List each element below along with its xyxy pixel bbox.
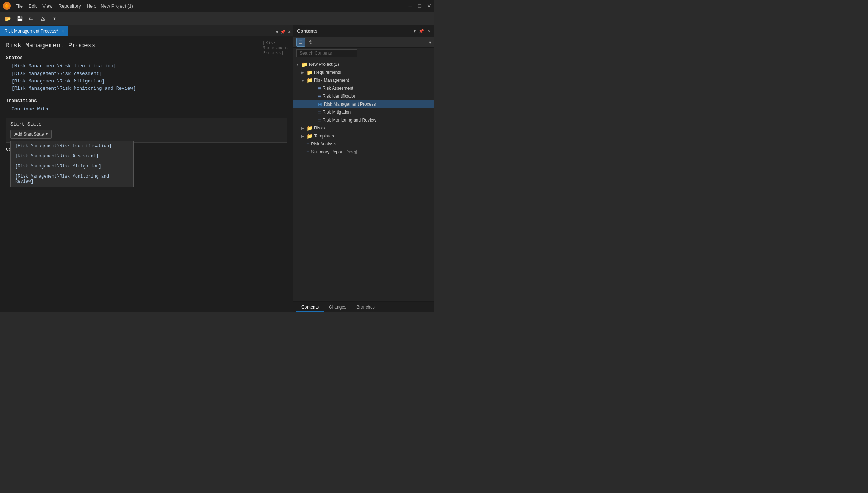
tree-label-risk-analysis: Risk Analysis xyxy=(311,141,336,146)
minimize-button[interactable]: ─ xyxy=(409,3,412,9)
contents-close-button[interactable]: ✕ xyxy=(427,29,431,34)
menu-file[interactable]: File xyxy=(15,3,23,9)
chevron-down-icon: ▼ xyxy=(296,63,300,67)
chevron-right-icon: ▶ xyxy=(301,71,305,75)
contents-header: Contents ▾ 📌 ✕ xyxy=(293,25,434,37)
bottom-tabs: Contents Changes Branches xyxy=(293,301,434,312)
summary-report-badge: [tcslg] xyxy=(347,150,357,154)
states-label: States xyxy=(6,55,287,60)
contents-search-input[interactable] xyxy=(296,49,357,57)
start-state-label: Start State xyxy=(10,122,283,127)
editor-corner-label: [RiskManagementProcess] xyxy=(263,41,289,56)
contents-pin-button[interactable]: 📌 xyxy=(419,29,424,34)
tab-close-all-button[interactable]: ✕ xyxy=(288,30,291,34)
tab-contents[interactable]: Contents xyxy=(296,303,324,312)
tab-controls: ▾ 📌 ✕ xyxy=(274,28,293,36)
chevron-down-icon-2: ▼ xyxy=(301,78,305,82)
app-logo: 🔶 xyxy=(3,2,11,10)
risk-mitigation-doc-icon: ≡ xyxy=(318,109,321,115)
tab-dropdown-button[interactable]: ▾ xyxy=(276,30,278,34)
risks-folder-icon: 📁 xyxy=(306,125,313,131)
start-state-dropdown-menu: [Risk Management\Risk Identification] [R… xyxy=(10,141,134,187)
menu-repository[interactable]: Repository xyxy=(58,3,81,9)
contents-toolbar: ☰ ⏱ ▾ xyxy=(293,37,434,48)
risk-management-folder-icon: 📁 xyxy=(306,77,313,83)
tree-item-risk-assesment[interactable]: ▶ ≡ Risk Assesment xyxy=(293,84,434,92)
tree-item-summary-report[interactable]: ▶ ≡ Summary Report [tcslg] xyxy=(293,148,434,156)
risk-management-process-doc-icon: ⊞ xyxy=(318,101,322,107)
editor-tab[interactable]: Risk Management Process* ✕ xyxy=(0,26,68,36)
risk-analysis-doc-icon: ≡ xyxy=(306,141,309,147)
tab-bar: Risk Management Process* ✕ ▾ 📌 ✕ xyxy=(0,25,293,36)
state-item-4: [Risk Management\Risk Monitoring and Rev… xyxy=(12,85,287,93)
transitions-label: Transitions xyxy=(6,98,287,103)
editor-area: Risk Management Process* ✕ ▾ 📌 ✕ [RiskMa… xyxy=(0,25,293,312)
state-item-2: [Risk Management\Risk Assesment] xyxy=(12,70,287,78)
dropdown-option-1[interactable]: [Risk Management\Risk Identification] xyxy=(11,141,133,151)
tree-item-risk-analysis[interactable]: ▶ ≡ Risk Analysis xyxy=(293,140,434,148)
toolbar: 📂 💾 🗂 🖨 ▾ xyxy=(0,12,434,25)
tree-label-templates: Templates xyxy=(314,133,334,139)
tree-label-risks: Risks xyxy=(314,126,325,131)
contents-dropdown-button[interactable]: ▾ xyxy=(414,29,416,34)
tree-label-risk-management: Risk Management xyxy=(314,78,349,83)
templates-folder-icon: 📁 xyxy=(306,133,313,139)
dropdown-option-4[interactable]: [Risk Management\Risk Monitoring and Rev… xyxy=(11,171,133,187)
tree-item-risks[interactable]: ▶ 📁 Risks xyxy=(293,124,434,132)
menu-view[interactable]: View xyxy=(42,3,52,9)
start-state-section: Start State Add Start State ▾ [Risk Mana… xyxy=(6,118,287,143)
contents-header-controls: ▾ 📌 ✕ xyxy=(414,29,431,34)
titlebar-left: 🔶 File Edit View Repository Help New Pro… xyxy=(3,2,133,10)
tab-changes[interactable]: Changes xyxy=(324,303,351,312)
contents-tree-view-button[interactable]: ☰ xyxy=(296,38,305,47)
tab-branches[interactable]: Branches xyxy=(351,303,380,312)
window-controls: ─ □ ✕ xyxy=(409,3,431,9)
dropdown-option-3[interactable]: [Risk Management\Risk Mitigation] xyxy=(11,161,133,171)
tree-item-risk-mitigation[interactable]: ▶ ≡ Risk Mitigation xyxy=(293,108,434,116)
more-button[interactable]: ▾ xyxy=(49,13,59,24)
print-button[interactable]: 🖨 xyxy=(38,13,48,24)
menu-bar: File Edit View Repository Help xyxy=(15,3,96,9)
contents-search-dropdown-button[interactable]: ▾ xyxy=(429,40,431,45)
risk-assesment-doc-icon: ≡ xyxy=(318,85,321,91)
transitions-value: Continue With xyxy=(12,106,287,113)
chevron-right-icon-3: ▶ xyxy=(301,134,305,138)
tree-item-risk-identification[interactable]: ▶ ≡ Risk Identification xyxy=(293,92,434,100)
save-button[interactable]: 💾 xyxy=(14,13,25,24)
window-title: New Project (1) xyxy=(101,3,133,9)
dropdown-arrow-icon: ▾ xyxy=(46,132,48,136)
tree-label-risk-assesment: Risk Assesment xyxy=(322,86,353,91)
tab-close-button[interactable]: ✕ xyxy=(61,29,64,34)
open-button[interactable]: 📂 xyxy=(3,13,13,24)
editor-content: [RiskManagementProcess] Risk Management … xyxy=(0,36,293,312)
summary-report-doc-icon: ≡ xyxy=(306,149,309,155)
tree-root-label: New Project (1) xyxy=(309,62,339,67)
tree-item-risk-monitoring[interactable]: ▶ ≡ Risk Monitoring and Review xyxy=(293,116,434,124)
titlebar: 🔶 File Edit View Repository Help New Pro… xyxy=(0,0,434,12)
tree-item-risk-management[interactable]: ▼ 📁 Risk Management xyxy=(293,76,434,84)
tree-label-risk-management-process: Risk Management Process xyxy=(324,102,376,107)
maximize-button[interactable]: □ xyxy=(418,3,421,9)
tree-label-summary-report: Summary Report xyxy=(311,149,344,154)
contents-tree: ▼ 📁 New Project (1) ▶ 📁 Requirements ▼ 📁… xyxy=(293,59,434,301)
tree-label-requirements: Requirements xyxy=(314,70,341,75)
menu-help[interactable]: Help xyxy=(86,3,96,9)
dropdown-option-2[interactable]: [Risk Management\Risk Assesment] xyxy=(11,151,133,161)
contents-history-button[interactable]: ⏱ xyxy=(306,38,315,47)
tab-pin-button[interactable]: 📌 xyxy=(280,30,285,34)
start-state-dropdown[interactable]: Add Start State ▾ xyxy=(10,130,52,139)
tree-item-risk-management-process[interactable]: ▶ ⊞ Risk Management Process xyxy=(293,100,434,108)
tree-item-templates[interactable]: ▶ 📁 Templates xyxy=(293,132,434,140)
risk-identification-doc-icon: ≡ xyxy=(318,93,321,99)
menu-edit[interactable]: Edit xyxy=(29,3,37,9)
tree-item-requirements[interactable]: ▶ 📁 Requirements xyxy=(293,68,434,76)
tree-label-risk-identification: Risk Identification xyxy=(322,94,356,99)
contents-title: Contents xyxy=(297,28,317,34)
requirements-folder-icon: 📁 xyxy=(306,69,313,75)
editor-document-title: Risk Management Process xyxy=(6,42,287,49)
dropdown-label: Add Start State xyxy=(14,132,44,137)
chevron-right-icon-2: ▶ xyxy=(301,126,305,130)
tree-root[interactable]: ▼ 📁 New Project (1) xyxy=(293,60,434,68)
save-all-button[interactable]: 🗂 xyxy=(26,13,36,24)
close-button[interactable]: ✕ xyxy=(427,3,431,9)
